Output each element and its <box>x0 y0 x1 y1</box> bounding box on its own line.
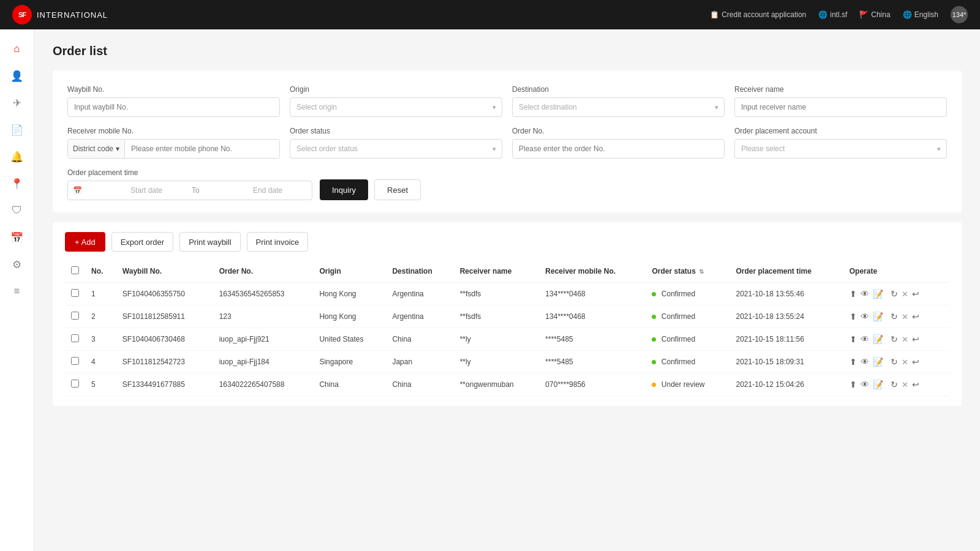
reset-button[interactable]: Reset <box>374 179 421 200</box>
mobile-number-input[interactable] <box>125 140 279 158</box>
delete-icon[interactable]: ✕ <box>902 312 908 321</box>
cell-order-no: 123 <box>213 305 314 328</box>
inquiry-button[interactable]: Inquiry <box>320 179 368 200</box>
main-content: Order list Waybill No. Origin Select ori… <box>34 29 980 551</box>
delete-icon[interactable]: ✕ <box>902 358 908 367</box>
sync-icon[interactable]: ↻ <box>891 380 898 389</box>
sidebar-item-user[interactable]: 👤 <box>5 64 29 88</box>
row-checkbox[interactable] <box>71 289 79 297</box>
row-checkbox-cell <box>65 373 85 396</box>
cell-order-status: Confirmed <box>646 305 729 328</box>
edit-icon[interactable]: 📝 <box>873 289 883 299</box>
view-icon[interactable]: 👁 <box>861 357 869 367</box>
user-avatar[interactable]: 134* <box>951 6 968 23</box>
status-dot <box>652 383 656 387</box>
operate-cell: ⬆ 👁 📝 ↻ ✕ ↩ <box>850 380 943 389</box>
sync-icon[interactable]: ↻ <box>891 334 898 344</box>
header-checkbox-cell <box>65 260 85 283</box>
print-invoice-button[interactable]: Print invoice <box>247 232 309 252</box>
upload-icon[interactable]: ⬆ <box>850 380 857 389</box>
cell-order-status: Under review <box>646 373 729 396</box>
order-no-input[interactable] <box>512 139 725 159</box>
col-header-destination: Destination <box>386 260 453 283</box>
edit-icon[interactable]: 📝 <box>873 334 883 344</box>
date-separator: To <box>192 186 246 195</box>
status-dot <box>652 360 656 364</box>
sidebar-item-notification[interactable]: 🔔 <box>5 144 29 169</box>
cell-order-status: Confirmed <box>646 283 729 305</box>
col-header-origin: Origin <box>313 260 386 283</box>
col-header-order-status: Order status ⇅ <box>646 260 729 283</box>
sidebar-item-security[interactable]: 🛡 <box>5 198 29 223</box>
intlsf-link[interactable]: 🌐 intl.sf <box>818 10 847 19</box>
row-checkbox-cell <box>65 328 85 351</box>
add-button[interactable]: + Add <box>65 232 105 252</box>
sync-icon[interactable]: ↻ <box>891 312 898 321</box>
calendar-icon: 📅 <box>73 186 127 195</box>
sidebar-item-shipping[interactable]: ✈ <box>5 91 29 115</box>
share-icon[interactable]: ↩ <box>912 334 919 344</box>
china-link[interactable]: 🚩 China <box>859 10 890 19</box>
cell-origin: Hong Kong <box>313 305 386 328</box>
district-code-selector[interactable]: District code ▾ <box>68 140 125 158</box>
table-row: 2 SF1011812585911 123 Hong Kong Argentin… <box>65 305 949 328</box>
sidebar-item-location[interactable]: 📍 <box>5 171 29 196</box>
upload-icon[interactable]: ⬆ <box>850 289 857 299</box>
row-checkbox[interactable] <box>71 380 79 388</box>
edit-icon[interactable]: 📝 <box>873 312 883 321</box>
delete-icon[interactable]: ✕ <box>902 380 908 389</box>
cell-origin: Hong Kong <box>313 283 386 305</box>
share-icon[interactable]: ↩ <box>912 380 919 389</box>
credit-account-link[interactable]: 📋 Credit account application <box>710 10 806 19</box>
cell-order-no: iuop_api-Fjj921 <box>213 328 314 351</box>
language-link[interactable]: 🌐 English <box>903 10 938 19</box>
receiver-name-input[interactable] <box>734 97 947 117</box>
view-icon[interactable]: 👁 <box>861 289 869 299</box>
order-placement-account-field: Order placement account Please select <box>734 127 947 159</box>
destination-select[interactable]: Select destination <box>512 97 725 117</box>
export-order-button[interactable]: Export order <box>111 232 174 252</box>
sidebar-item-calendar[interactable]: 📅 <box>5 225 29 250</box>
upload-icon[interactable]: ⬆ <box>850 357 857 367</box>
view-icon[interactable]: 👁 <box>861 334 869 344</box>
cell-order-placement-time: 2021-10-18 13:55:24 <box>730 305 843 328</box>
sidebar-item-menu[interactable]: ≡ <box>5 279 29 304</box>
print-waybill-button[interactable]: Print waybill <box>179 232 240 252</box>
cell-order-status: Confirmed <box>646 328 729 351</box>
sidebar-item-document[interactable]: 📄 <box>5 118 29 142</box>
order-status-select[interactable]: Select order status <box>290 139 502 159</box>
view-icon[interactable]: 👁 <box>861 312 869 321</box>
operate-cell: ⬆ 👁 📝 ↻ ✕ ↩ <box>850 334 943 344</box>
upload-icon[interactable]: ⬆ <box>850 334 857 344</box>
row-checkbox[interactable] <box>71 312 79 320</box>
row-checkbox[interactable] <box>71 357 79 365</box>
sidebar-item-settings[interactable]: ⚙ <box>5 252 29 277</box>
select-all-checkbox[interactable] <box>71 266 79 274</box>
waybill-no-input[interactable] <box>67 97 280 117</box>
share-icon[interactable]: ↩ <box>912 357 919 367</box>
language-globe-icon: 🌐 <box>903 10 912 19</box>
table-row: 3 SF1040406730468 iuop_api-Fjj921 United… <box>65 328 949 351</box>
delete-icon[interactable]: ✕ <box>902 290 908 299</box>
sync-icon[interactable]: ↻ <box>891 357 898 367</box>
cell-order-no: 1634536545265853 <box>213 283 314 305</box>
origin-field: Origin Select origin <box>290 85 502 117</box>
cell-no: 2 <box>85 305 116 328</box>
upload-icon[interactable]: ⬆ <box>850 312 857 321</box>
order-placement-account-select[interactable]: Please select <box>734 139 947 159</box>
receiver-name-label: Receiver name <box>734 85 947 94</box>
edit-icon[interactable]: 📝 <box>873 380 883 389</box>
origin-select[interactable]: Select origin <box>290 97 502 117</box>
sync-icon[interactable]: ↻ <box>891 289 898 299</box>
sidebar-item-home[interactable]: ⌂ <box>5 37 29 61</box>
document-icon: 📋 <box>710 10 719 19</box>
date-range-input[interactable]: 📅 Start date To End date <box>67 181 312 200</box>
view-icon[interactable]: 👁 <box>861 380 869 389</box>
delete-icon[interactable]: ✕ <box>902 335 908 344</box>
edit-icon[interactable]: 📝 <box>873 357 883 367</box>
order-no-label: Order No. <box>512 127 725 135</box>
share-icon[interactable]: ↩ <box>912 289 919 299</box>
share-icon[interactable]: ↩ <box>912 312 919 321</box>
row-checkbox[interactable] <box>71 334 79 342</box>
waybill-no-field: Waybill No. <box>67 85 280 117</box>
